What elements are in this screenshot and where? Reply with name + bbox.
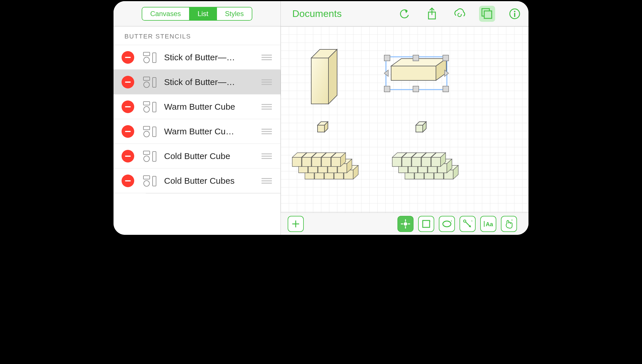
ellipse-tool-button[interactable]: + bbox=[439, 216, 455, 232]
svg-marker-45 bbox=[328, 49, 337, 104]
svg-point-163 bbox=[443, 221, 451, 227]
canvas-shape-stick-vertical[interactable] bbox=[305, 47, 340, 110]
crosshair-icon bbox=[401, 219, 410, 229]
svg-rect-12 bbox=[143, 102, 150, 105]
list-item[interactable]: Stick of Butter—… bbox=[114, 70, 280, 94]
canvas[interactable] bbox=[281, 26, 528, 212]
canvas-shape-stick-horizontal-selected[interactable] bbox=[384, 52, 453, 98]
svg-point-19 bbox=[144, 131, 149, 137]
item-label: Warm Butter Cube bbox=[164, 102, 262, 112]
list-item[interactable]: Cold Butter Cubes bbox=[114, 169, 280, 193]
canvas-shape-cold-cubes-grid[interactable] bbox=[387, 142, 468, 182]
list-item[interactable]: Stick of Butter—… bbox=[114, 45, 280, 70]
cloud-sync-icon bbox=[453, 8, 466, 20]
shape-group-icon bbox=[142, 76, 157, 88]
shape-group-icon bbox=[142, 101, 157, 113]
tab-list[interactable]: List bbox=[189, 7, 216, 20]
layers-icon bbox=[481, 7, 493, 20]
svg-point-165 bbox=[464, 220, 466, 222]
svg-rect-0 bbox=[143, 52, 150, 56]
svg-rect-51 bbox=[413, 55, 419, 61]
square-icon: + bbox=[422, 220, 430, 228]
svg-marker-94 bbox=[292, 157, 301, 166]
list-item[interactable]: Warm Butter Cu… bbox=[114, 119, 280, 144]
svg-rect-20 bbox=[153, 127, 156, 137]
drag-handle-icon[interactable] bbox=[262, 55, 272, 60]
delete-button[interactable] bbox=[122, 150, 134, 162]
canvas-shape-warm-cubes-grid[interactable] bbox=[287, 142, 368, 182]
drag-handle-icon[interactable] bbox=[262, 178, 272, 184]
text-icon: Aa bbox=[483, 220, 493, 228]
sync-button[interactable] bbox=[451, 6, 468, 22]
list-item[interactable]: Warm Butter Cube bbox=[114, 94, 280, 119]
layers-button[interactable] bbox=[479, 6, 495, 22]
shape-group-icon bbox=[142, 175, 157, 187]
svg-rect-30 bbox=[143, 176, 150, 179]
drag-handle-icon[interactable] bbox=[262, 153, 272, 159]
svg-marker-43 bbox=[311, 58, 328, 104]
item-label: Warm Butter Cu… bbox=[164, 127, 262, 136]
svg-rect-24 bbox=[143, 151, 150, 154]
svg-rect-8 bbox=[153, 78, 156, 87]
canvas-shape-warm-cube[interactable] bbox=[315, 119, 331, 134]
main-pane: Documents bbox=[281, 1, 528, 235]
minus-icon bbox=[125, 156, 131, 157]
delete-button[interactable] bbox=[122, 76, 134, 88]
canvas-shape-cold-cube[interactable] bbox=[414, 119, 430, 134]
svg-rect-55 bbox=[443, 86, 449, 92]
rect-tool-button[interactable]: + bbox=[418, 216, 434, 232]
sidebar: Canvases List Styles BUTTER STENCILS Sti… bbox=[114, 1, 281, 235]
delete-button[interactable] bbox=[122, 125, 134, 138]
minus-icon bbox=[125, 106, 131, 107]
share-button[interactable] bbox=[424, 6, 440, 22]
top-toolbar: Documents bbox=[281, 1, 528, 26]
svg-marker-151 bbox=[431, 157, 441, 166]
share-icon bbox=[426, 7, 438, 20]
item-label: Stick of Butter—… bbox=[164, 53, 262, 62]
svg-marker-100 bbox=[312, 157, 321, 166]
minus-icon bbox=[125, 180, 131, 181]
svg-text:+: + bbox=[451, 220, 452, 223]
delete-button[interactable] bbox=[122, 51, 134, 64]
documents-back-button[interactable]: Documents bbox=[292, 8, 342, 19]
drag-handle-icon[interactable] bbox=[262, 129, 272, 134]
svg-marker-103 bbox=[322, 157, 331, 166]
add-shape-button[interactable] bbox=[288, 216, 304, 232]
plus-icon bbox=[292, 220, 300, 228]
divider bbox=[146, 193, 280, 193]
tab-styles[interactable]: Styles bbox=[216, 7, 252, 20]
delete-button[interactable] bbox=[122, 175, 134, 187]
item-label: Stick of Butter—… bbox=[164, 77, 262, 87]
svg-point-25 bbox=[144, 156, 149, 162]
bottom-toolbar: + + + Aa + bbox=[281, 212, 528, 235]
touch-tool-button[interactable]: + bbox=[501, 216, 517, 232]
svg-point-41 bbox=[514, 11, 516, 12]
svg-point-13 bbox=[144, 107, 149, 112]
minus-icon bbox=[125, 82, 131, 83]
hand-icon: + bbox=[505, 219, 513, 229]
drag-handle-icon[interactable] bbox=[262, 79, 272, 85]
svg-rect-50 bbox=[384, 55, 390, 61]
undo-button[interactable] bbox=[396, 6, 412, 22]
item-label: Cold Butter Cube bbox=[164, 151, 262, 161]
app-window: Canvases List Styles BUTTER STENCILS Sti… bbox=[112, 0, 530, 236]
info-button[interactable] bbox=[507, 6, 523, 22]
svg-rect-53 bbox=[384, 86, 390, 92]
shape-group-icon bbox=[142, 126, 157, 137]
svg-point-31 bbox=[144, 181, 149, 186]
tab-canvases[interactable]: Canvases bbox=[142, 7, 189, 20]
list-item[interactable]: Cold Butter Cube bbox=[114, 144, 280, 169]
svg-text:+: + bbox=[471, 219, 472, 223]
point-tool-button[interactable] bbox=[397, 216, 414, 232]
svg-point-7 bbox=[144, 82, 149, 88]
svg-marker-47 bbox=[391, 66, 436, 80]
line-tool-button[interactable]: + bbox=[460, 216, 476, 232]
svg-rect-42 bbox=[514, 13, 515, 17]
delete-button[interactable] bbox=[122, 100, 134, 113]
text-tool-button[interactable]: Aa bbox=[480, 216, 496, 232]
ellipse-icon: + bbox=[442, 220, 452, 228]
svg-marker-145 bbox=[412, 157, 421, 166]
svg-rect-6 bbox=[143, 77, 150, 80]
line-icon: + bbox=[463, 219, 472, 229]
drag-handle-icon[interactable] bbox=[262, 104, 272, 110]
